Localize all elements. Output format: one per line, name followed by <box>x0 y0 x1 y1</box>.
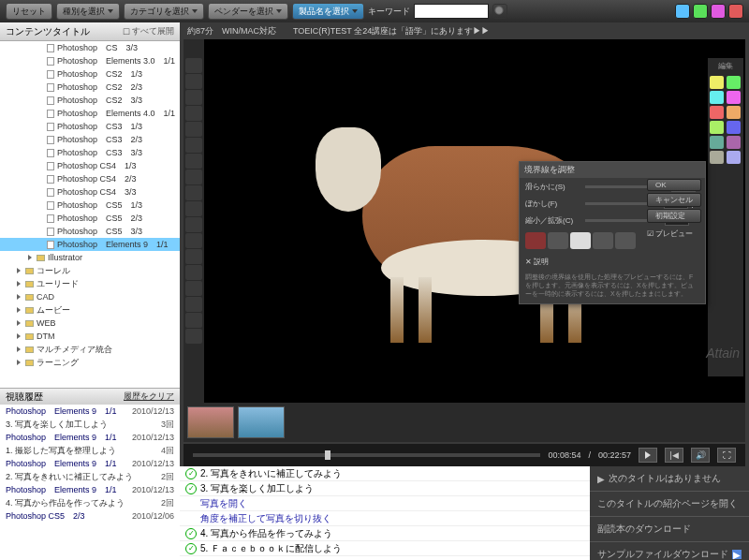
tree-folder[interactable]: Illustrator <box>0 251 180 264</box>
tree-folder[interactable]: マルチメディア統合 <box>0 343 180 356</box>
tool-icon[interactable] <box>185 281 202 296</box>
lesson-row[interactable]: ✓2. 写真をきれいに補正してみよう <box>180 466 590 481</box>
toolbar-icon-4[interactable] <box>728 4 743 19</box>
tool-icon[interactable] <box>185 297 202 312</box>
swatch[interactable] <box>710 121 724 134</box>
view-mode-icon[interactable] <box>548 232 568 249</box>
tree-item[interactable]: Photoshop Elements 4.0 1/1 <box>0 107 180 120</box>
volume-button[interactable]: 🔊 <box>691 448 710 463</box>
tool-icon[interactable] <box>185 122 202 137</box>
tree-item[interactable]: Photoshop CS5 3/3 <box>0 225 180 238</box>
ok-button[interactable]: OK <box>647 179 701 191</box>
lesson-row[interactable]: ✓3. 写真を楽しく加工しよう <box>180 481 590 496</box>
tree-folder[interactable]: ラーニング <box>0 356 180 369</box>
tree-item[interactable]: Photoshop Elements 9 1/1 <box>0 238 180 251</box>
tree-item[interactable]: Photoshop CS2 3/3 <box>0 94 180 107</box>
history-item[interactable]: Photoshop Elements 9 1/12010/12/13 <box>0 483 180 496</box>
swatch[interactable] <box>710 136 724 149</box>
history-list[interactable]: Photoshop Elements 9 1/12010/12/133. 写真を… <box>0 405 180 560</box>
view-mode-icon[interactable] <box>593 232 613 249</box>
tool-icon[interactable] <box>185 154 202 169</box>
tool-icon[interactable] <box>185 265 202 280</box>
keyword-input[interactable] <box>414 4 489 19</box>
tree-item[interactable]: Photoshop CS4 2/3 <box>0 172 180 185</box>
toolbar-icon-3[interactable] <box>711 4 726 19</box>
view-mode-icon[interactable] <box>615 232 636 249</box>
history-subitem[interactable]: 4. 写真から作品を作ってみよう2回 <box>0 496 180 509</box>
tree-item[interactable]: Photoshop CS3 2/3 <box>0 133 180 146</box>
tool-icon[interactable] <box>185 169 202 184</box>
filter-vendor[interactable]: ベンダーを選択 <box>208 3 288 20</box>
history-subitem[interactable]: 3. 写真を楽しく加工しよう3回 <box>0 418 180 431</box>
tool-icon[interactable] <box>185 74 202 89</box>
lesson-row[interactable]: 角度を補正して写真を切り抜く <box>180 511 590 526</box>
tree-folder[interactable]: CAD <box>0 290 180 303</box>
lesson-list[interactable]: ✓2. 写真をきれいに補正してみよう✓3. 写真を楽しく加工しよう写真を開く角度… <box>180 466 590 560</box>
tool-icon[interactable] <box>185 58 202 73</box>
lesson-row[interactable]: ✓4. 写真から作品を作ってみよう <box>180 526 590 541</box>
filter-category[interactable]: カテゴリを選択 <box>124 3 204 20</box>
tree-item[interactable]: Photoshop CS2 1/3 <box>0 67 180 81</box>
expand-all-button[interactable]: ☐ すべて展開 <box>123 25 174 37</box>
sample-download-link[interactable]: サンプルファイルダウンロード▶ <box>590 542 749 560</box>
toolbar-icon-1[interactable] <box>675 4 690 19</box>
swatch[interactable] <box>710 106 724 119</box>
tree-folder[interactable]: ムービー <box>0 303 180 317</box>
tree-item[interactable]: Photoshop Elements 3.0 1/1 <box>0 54 180 67</box>
tool-icon[interactable] <box>185 185 202 200</box>
tree-item[interactable]: Photoshop CS2 2/3 <box>0 81 180 94</box>
tree-folder[interactable]: DTM <box>0 330 180 343</box>
thumbnail-strip[interactable] <box>184 403 745 442</box>
tool-icon[interactable] <box>185 217 202 232</box>
swatch[interactable] <box>710 76 724 89</box>
history-subitem[interactable]: 1. 撮影した写真を整理しよう4回 <box>0 444 180 457</box>
swatch[interactable] <box>727 121 741 134</box>
tool-icon[interactable] <box>185 329 202 344</box>
tree-item[interactable]: Photoshop CS5 1/3 <box>0 199 180 212</box>
play-button[interactable] <box>639 448 657 463</box>
tool-icon[interactable] <box>185 233 202 248</box>
cancel-button[interactable]: キャンセル <box>647 193 701 207</box>
content-tree[interactable]: Photoshop CS 3/3Photoshop Elements 3.0 1… <box>0 41 180 388</box>
intro-page-link[interactable]: このタイトルの紹介ページを開く <box>590 492 749 517</box>
lesson-row[interactable]: ✓5. Ｆａｃｅｂｏｏｋに配信しよう <box>180 541 590 556</box>
tree-folder[interactable]: ユーリード <box>0 277 180 290</box>
swatch[interactable] <box>727 91 741 104</box>
skip-back-button[interactable]: |◀ <box>665 448 683 463</box>
fullscreen-button[interactable]: ⛶ <box>717 448 736 463</box>
tree-item[interactable]: Photoshop CS3 1/3 <box>0 120 180 133</box>
tree-item[interactable]: Photoshop CS4 1/3 <box>0 159 180 172</box>
tree-item[interactable]: Photoshop CS3 3/3 <box>0 146 180 159</box>
swatch[interactable] <box>727 106 741 119</box>
tree-item[interactable]: Photoshop CS4 3/3 <box>0 185 180 199</box>
swatch[interactable] <box>727 76 741 89</box>
clear-history-button[interactable]: 履歴をクリア <box>124 391 174 403</box>
thumbnail[interactable] <box>187 406 234 438</box>
history-item[interactable]: Photoshop CS5 2/32010/12/06 <box>0 509 180 523</box>
thumbnail[interactable] <box>238 406 285 438</box>
next-title-row[interactable]: ▶ 次のタイトルはありません <box>590 466 749 492</box>
history-subitem[interactable]: 2. 写真をきれいに補正してみよう2回 <box>0 470 180 483</box>
swatch[interactable] <box>727 136 741 149</box>
history-item[interactable]: Photoshop Elements 9 1/12010/12/13 <box>0 431 180 444</box>
swatch[interactable] <box>710 91 724 104</box>
seek-bar[interactable] <box>193 453 540 457</box>
filter-product[interactable]: 製品名を選択 <box>292 3 364 20</box>
tool-icon[interactable] <box>185 201 202 216</box>
tree-folder[interactable]: コーレル <box>0 264 180 277</box>
default-button[interactable]: 初期設定 <box>647 209 701 223</box>
tool-icon[interactable] <box>185 106 202 121</box>
history-item[interactable]: Photoshop Elements 9 1/12010/12/13 <box>0 405 180 418</box>
tree-item[interactable]: Photoshop CS5 2/3 <box>0 212 180 225</box>
view-mode-icon[interactable] <box>525 232 546 249</box>
history-item[interactable]: Photoshop Elements 9 1/12010/12/13 <box>0 457 180 470</box>
subdoc-download-link[interactable]: 副読本のダウンロード <box>590 517 749 542</box>
tool-icon[interactable] <box>185 138 202 153</box>
tree-item[interactable]: Photoshop CS 3/3 <box>0 41 180 54</box>
reset-button[interactable]: リセット <box>6 3 52 20</box>
swatch[interactable] <box>727 151 741 164</box>
filter-type[interactable]: 種別を選択 <box>56 3 120 20</box>
search-icon[interactable] <box>492 4 507 19</box>
tool-icon[interactable] <box>185 90 202 105</box>
tree-folder[interactable]: WEB <box>0 317 180 330</box>
